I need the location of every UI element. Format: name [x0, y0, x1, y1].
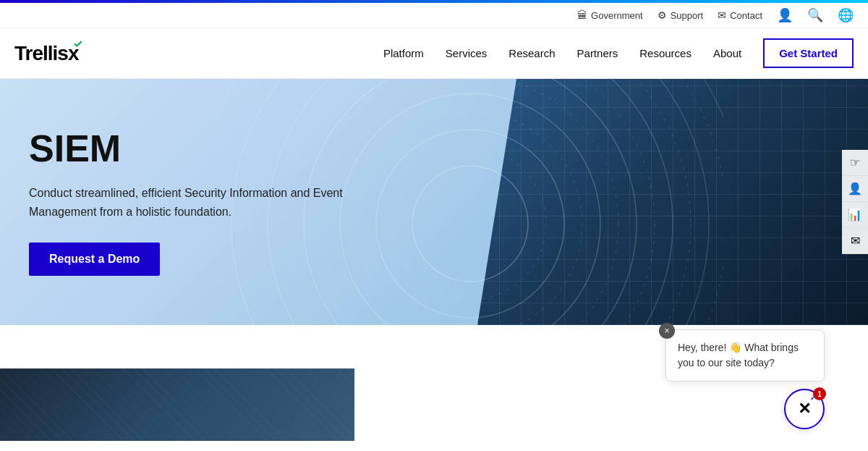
floating-chart-icon[interactable]: 📊 [842, 202, 868, 228]
floating-cursor-icon[interactable]: ☞ [842, 150, 868, 176]
hero-title: SIEM [29, 128, 369, 169]
hero-section: SIEM Conduct streamlined, efficient Secu… [0, 79, 868, 325]
svg-point-8 [394, 148, 546, 300]
nav-partners[interactable]: Partners [577, 43, 618, 63]
government-label: Government [591, 10, 643, 21]
nav-platform[interactable]: Platform [383, 43, 424, 63]
floating-mail-icon[interactable]: ✉ [842, 228, 868, 254]
demo-button[interactable]: Request a Demo [29, 243, 160, 276]
hero-description: Conduct streamlined, efficient Security … [29, 184, 369, 221]
nav-services[interactable]: Services [446, 43, 488, 63]
logo-checkmark-icon [75, 41, 82, 48]
contact-label: Contact [730, 10, 762, 21]
svg-point-1 [376, 130, 564, 318]
hero-content: SIEM Conduct streamlined, efficient Secu… [0, 85, 398, 319]
nav-research[interactable]: Research [509, 43, 555, 63]
chat-close-button[interactable]: × [659, 323, 675, 339]
support-label: Support [671, 10, 704, 21]
svg-point-0 [412, 166, 528, 282]
logo[interactable]: Trellis x [14, 42, 79, 65]
chat-widget: × Hey, there! 👋 What brings you to our s… [665, 329, 825, 429]
nav-resources[interactable]: Resources [639, 43, 692, 63]
chat-bubble: × Hey, there! 👋 What brings you to our s… [665, 329, 825, 382]
chat-avatar-button[interactable]: ✕ ✓ 1 [784, 389, 825, 429]
bottom-image [0, 368, 354, 441]
chat-message: Hey, there! 👋 What brings you to our sit… [678, 342, 799, 368]
main-nav: Platform Services Research Partners Reso… [383, 38, 854, 68]
floating-sidebar: ☞ 👤 📊 ✉ [842, 150, 868, 254]
get-started-button[interactable]: Get Started [763, 38, 854, 68]
chat-badge: 1 [813, 387, 826, 400]
user-icon[interactable]: 👤 [777, 7, 793, 23]
chat-avatar-x: ✕ [798, 400, 811, 418]
contact-link[interactable]: ✉ Contact [718, 9, 762, 21]
support-icon: ⚙ [658, 9, 667, 21]
logo-text: Trellis [14, 42, 68, 65]
globe-icon[interactable]: 🌐 [838, 7, 854, 23]
utility-bar: 🏛 Government ⚙ Support ✉ Contact 👤 🔍 🌐 [0, 3, 868, 28]
contact-icon: ✉ [718, 9, 726, 21]
floating-user-icon[interactable]: 👤 [842, 176, 868, 202]
government-link[interactable]: 🏛 Government [577, 9, 643, 21]
bottom-image-overlay [0, 368, 354, 441]
search-icon[interactable]: 🔍 [807, 7, 823, 23]
support-link[interactable]: ⚙ Support [658, 9, 704, 21]
logo-x-container: x [68, 42, 79, 65]
nav-about[interactable]: About [713, 43, 741, 63]
government-icon: 🏛 [577, 9, 587, 21]
main-header: Trellis x Platform Services Research Par… [0, 28, 868, 79]
